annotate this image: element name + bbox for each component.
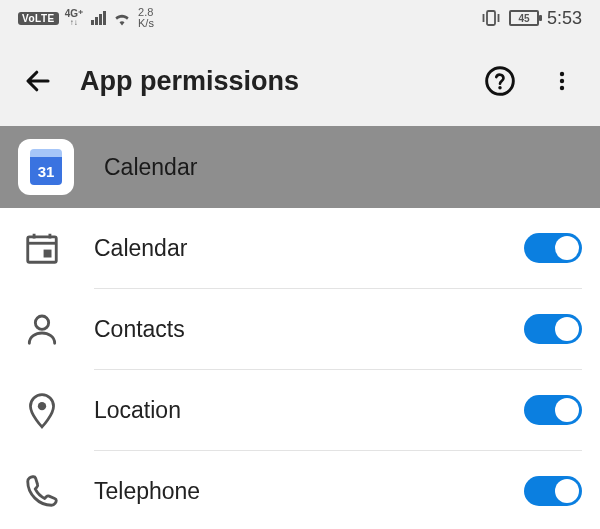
kebab-menu-icon [550,67,574,95]
vibrate-icon [481,9,501,27]
google-calendar-icon: 31 [26,147,66,187]
svg-point-13 [35,316,48,329]
svg-point-5 [560,72,564,76]
svg-rect-0 [487,11,495,25]
permission-toggle-calendar[interactable] [524,233,582,263]
signal-icon [91,11,106,25]
permission-label: Calendar [94,235,496,262]
svg-rect-8 [28,237,57,262]
telephone-icon [18,472,66,510]
status-right: 45 5:53 [481,8,582,29]
permission-row-calendar: Calendar [18,208,582,288]
overflow-menu-button[interactable] [542,61,582,101]
svg-point-6 [560,79,564,83]
contacts-icon [18,310,66,348]
back-arrow-icon [23,66,53,96]
network-speed: 2.8 K/s [138,7,154,29]
svg-point-14 [38,402,46,410]
permission-label: Telephone [94,478,496,505]
app-bar: App permissions [0,36,600,126]
wifi-icon [112,10,132,26]
permission-label: Location [94,397,496,424]
location-icon [18,390,66,430]
svg-point-4 [498,86,501,89]
permission-toggle-location[interactable] [524,395,582,425]
back-button[interactable] [18,61,58,101]
permission-row-telephone: Telephone [18,451,582,529]
help-icon [484,65,516,97]
svg-rect-12 [44,250,52,258]
permission-label: Contacts [94,316,496,343]
permission-row-contacts: Contacts [18,289,582,369]
app-name-label: Calendar [104,154,197,181]
permission-toggle-telephone[interactable] [524,476,582,506]
clock: 5:53 [547,8,582,29]
status-left: VoLTE 4G⁺ ↑↓ 2.8 K/s [18,7,154,29]
svg-point-7 [560,86,564,90]
status-bar: VoLTE 4G⁺ ↑↓ 2.8 K/s 45 5:53 [0,0,600,36]
volte-badge: VoLTE [18,12,59,25]
calendar-icon [18,229,66,267]
network-type: 4G⁺ ↑↓ [65,9,83,27]
permissions-list: Calendar Contacts Location Telephone [0,208,600,529]
battery-icon: 45 [509,10,539,26]
help-button[interactable] [480,61,520,101]
app-icon: 31 [18,139,74,195]
page-title: App permissions [80,66,458,97]
permission-toggle-contacts[interactable] [524,314,582,344]
app-header-row: 31 Calendar [0,126,600,208]
permission-row-location: Location [18,370,582,450]
